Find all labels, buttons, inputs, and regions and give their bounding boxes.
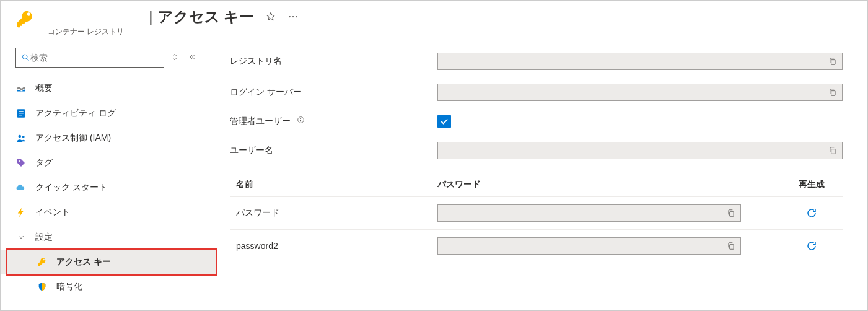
page-header: コンテナー レジストリ | アクセス キー <box>1 1 867 40</box>
sidebar-item-label: タグ <box>35 157 53 169</box>
svg-point-1 <box>292 16 294 17</box>
title-separator: | <box>149 8 152 25</box>
sidebar-item-encryption[interactable]: 暗号化 <box>1 274 217 299</box>
shield-icon <box>37 281 48 292</box>
sort-icon[interactable] <box>170 53 179 63</box>
column-header-regenerate: 再生成 <box>781 179 843 190</box>
sidebar-item-access-keys[interactable]: アクセス キー <box>1 250 217 274</box>
overview-icon <box>15 83 27 94</box>
sidebar-section-settings[interactable]: 設定 <box>1 225 217 250</box>
more-menu-icon[interactable] <box>287 11 299 22</box>
svg-rect-19 <box>730 245 734 250</box>
sidebar-section-label: 設定 <box>35 232 53 243</box>
admin-user-checkbox[interactable] <box>437 115 451 128</box>
iam-icon <box>15 133 27 144</box>
column-header-name: 名前 <box>230 179 437 190</box>
svg-rect-18 <box>730 212 734 217</box>
password-row-name: password2 <box>230 241 437 251</box>
sidebar: 概要 アクティビティ ログ アクセス制御 (IAM) タグ クイック スタート … <box>1 40 217 310</box>
sidebar-item-label: アクセス制御 (IAM) <box>35 133 111 144</box>
sidebar-item-events[interactable]: イベント <box>1 200 217 225</box>
copy-icon[interactable] <box>727 209 735 217</box>
copy-icon[interactable] <box>727 242 735 250</box>
info-icon[interactable] <box>297 116 305 124</box>
column-header-password: パスワード <box>437 179 781 190</box>
events-icon <box>15 207 27 218</box>
resource-type-label: コンテナー レジストリ <box>48 27 124 37</box>
sidebar-item-quickstart[interactable]: クイック スタート <box>1 175 217 200</box>
sidebar-item-iam[interactable]: アクセス制御 (IAM) <box>1 126 217 151</box>
admin-user-label: 管理者ユーザー <box>230 116 437 127</box>
activity-log-icon <box>15 108 27 119</box>
copy-icon[interactable] <box>828 88 837 97</box>
chevron-down-icon <box>15 232 27 243</box>
regenerate-button[interactable] <box>806 240 817 252</box>
sidebar-item-overview[interactable]: 概要 <box>1 76 217 101</box>
sidebar-item-label: イベント <box>35 207 70 218</box>
svg-line-4 <box>27 59 28 61</box>
sidebar-item-activity-log[interactable]: アクティビティ ログ <box>1 101 217 126</box>
main-content: レジストリ名 ログイン サーバー 管理者ユーザー <box>217 40 867 310</box>
sidebar-item-tags[interactable]: タグ <box>1 151 217 175</box>
svg-rect-6 <box>19 111 24 112</box>
registry-name-label: レジストリ名 <box>230 56 437 67</box>
password-value[interactable] <box>437 204 741 222</box>
svg-rect-13 <box>831 91 835 96</box>
key-icon <box>15 9 35 29</box>
sidebar-item-label: アクティビティ ログ <box>35 108 116 119</box>
password-table-header: 名前 パスワード 再生成 <box>230 173 843 196</box>
svg-point-2 <box>296 16 297 17</box>
svg-point-10 <box>22 136 25 138</box>
svg-point-9 <box>19 135 22 138</box>
table-row: パスワード <box>230 196 843 229</box>
svg-rect-12 <box>831 60 835 65</box>
table-row: password2 <box>230 229 843 262</box>
registry-name-value[interactable] <box>437 53 843 70</box>
svg-rect-8 <box>19 115 22 115</box>
svg-rect-17 <box>831 149 835 154</box>
password-row-name: パスワード <box>230 208 437 219</box>
page-title: アクセス キー <box>158 7 255 27</box>
regenerate-button[interactable] <box>806 208 817 219</box>
collapse-icon[interactable] <box>188 53 196 63</box>
svg-rect-16 <box>300 120 301 121</box>
page-title-wrap: | アクセス キー <box>149 7 299 27</box>
svg-point-0 <box>289 16 291 17</box>
sidebar-item-label: クイック スタート <box>35 182 107 193</box>
search-box[interactable] <box>15 48 164 68</box>
favorite-star-icon[interactable] <box>265 11 276 22</box>
username-label: ユーザー名 <box>230 145 437 156</box>
username-value[interactable] <box>437 142 843 159</box>
search-input[interactable] <box>30 53 159 63</box>
password-value[interactable] <box>437 237 741 255</box>
sidebar-item-label: 暗号化 <box>56 281 82 292</box>
tags-icon <box>15 157 27 169</box>
copy-icon[interactable] <box>828 146 837 155</box>
svg-point-11 <box>19 160 20 162</box>
svg-point-15 <box>300 118 301 119</box>
sidebar-item-label: 概要 <box>35 83 53 94</box>
copy-icon[interactable] <box>828 57 837 66</box>
search-icon <box>21 53 30 63</box>
svg-rect-7 <box>19 113 24 113</box>
login-server-label: ログイン サーバー <box>230 87 437 98</box>
svg-point-3 <box>22 55 27 59</box>
sidebar-item-label: アクセス キー <box>56 256 111 268</box>
key-icon <box>37 256 48 268</box>
quickstart-icon <box>15 182 27 193</box>
login-server-value[interactable] <box>437 84 843 101</box>
